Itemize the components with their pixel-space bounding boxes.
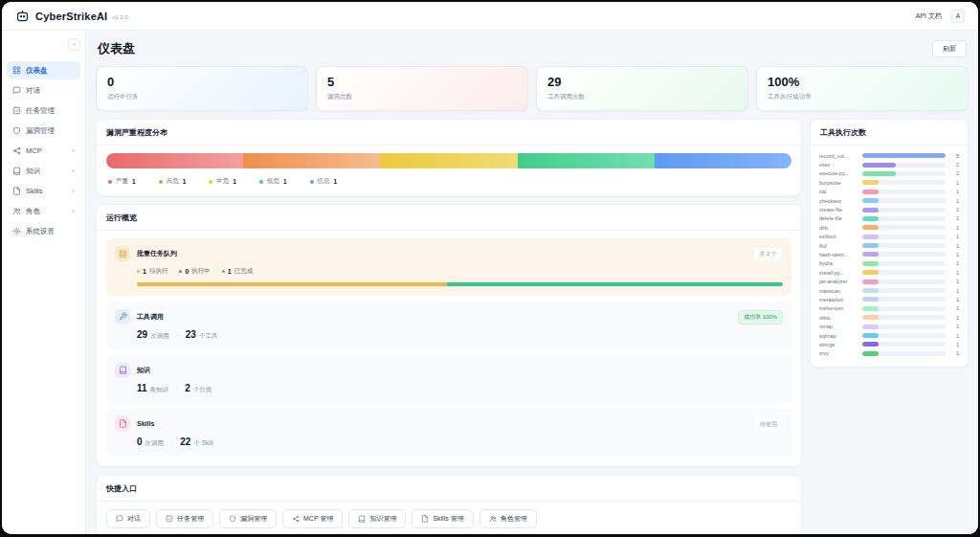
- tool-bar-track: [862, 153, 946, 158]
- chevron-right-icon: ›: [72, 207, 75, 215]
- quick-entry-button[interactable]: MCP 管理: [282, 509, 343, 528]
- quick-button-label: 漏洞管理: [240, 514, 267, 524]
- tool-name: hydra: [819, 260, 858, 266]
- tool-bar-fill: [862, 235, 879, 239]
- tool-value: 1: [950, 225, 959, 231]
- sidebar-item[interactable]: 对话: [7, 81, 80, 100]
- sidebar-item[interactable]: 漏洞管理: [7, 122, 80, 140]
- quick-button-label: 角色管理: [501, 514, 527, 524]
- severity-legend: 严重 1 高危 1: [106, 177, 791, 186]
- batch-stat: 0 执行中: [179, 267, 210, 276]
- api-docs-link[interactable]: API 文档: [916, 11, 942, 21]
- tool-row: nikto 1: [819, 313, 959, 322]
- tool-bar-track: [862, 252, 946, 257]
- book-icon: [115, 363, 130, 378]
- quick-entry-button[interactable]: 对话: [106, 509, 150, 528]
- sidebar-item[interactable]: 仪表盘: [7, 61, 80, 79]
- book-icon: [358, 515, 366, 523]
- tool-bar-fill: [862, 208, 879, 213]
- tool-bar-track: [862, 163, 946, 168]
- legend-item: 信息 1: [310, 177, 338, 186]
- tool-name: install-py...: [819, 270, 858, 276]
- legend-label: 中危: [216, 177, 229, 186]
- tool-value: 1: [950, 288, 959, 294]
- stat-pair: 22个 Skill: [167, 436, 213, 448]
- tool-bar-fill: [862, 270, 879, 275]
- doc-icon: [115, 416, 130, 432]
- stat-label: 漏洞总数: [327, 93, 517, 101]
- shield-icon: [229, 515, 236, 523]
- tool-bar-track: [862, 225, 946, 230]
- refresh-button[interactable]: 刷新: [932, 40, 967, 57]
- legend-count: 1: [132, 178, 136, 185]
- tool-value: 1: [950, 180, 959, 186]
- overview-row: 知识 11条知识 2个分类: [106, 355, 791, 403]
- quick-entry-button[interactable]: Skills 管理: [412, 509, 473, 528]
- severity-card: 漏洞严重程度分布: [96, 119, 802, 196]
- quick-entry-button[interactable]: 知识管理: [348, 509, 406, 528]
- overview-card: 运行概览 批量任务队列 共 2 个: [96, 204, 802, 467]
- tool-value: 1: [950, 198, 959, 204]
- tool-value: 1: [950, 324, 959, 329]
- legend-label: 高危: [167, 177, 179, 186]
- quick-entry-button[interactable]: 角色管理: [479, 509, 537, 528]
- quick-button-label: MCP 管理: [303, 514, 333, 524]
- users-icon: [12, 207, 21, 215]
- chevron-right-icon: ›: [72, 167, 75, 175]
- quick-entry-button[interactable]: 任务管理: [156, 509, 213, 528]
- stat-value: 0: [107, 75, 297, 89]
- mcp-icon: [12, 146, 21, 155]
- quick-entry-button[interactable]: 漏洞管理: [219, 509, 277, 528]
- overview-row-title: Skills: [137, 420, 154, 427]
- sidebar-item[interactable]: Skills ›: [7, 182, 80, 200]
- tool-value: 2: [950, 162, 959, 168]
- status-badge: 待使用: [754, 417, 783, 432]
- sidebar-item[interactable]: 任务管理: [7, 101, 80, 120]
- tool-name: exec: [819, 162, 858, 168]
- tool-name: exiftool: [819, 234, 858, 239]
- tool-row: hydra 1: [819, 259, 959, 268]
- gear-icon: [12, 227, 21, 235]
- avatar[interactable]: A: [951, 10, 965, 23]
- batch-stat-value: 0: [185, 268, 189, 275]
- tool-bar-fill: [862, 297, 879, 302]
- sidebar-item-label: 系统设置: [26, 227, 55, 236]
- tool-value: 1: [950, 215, 959, 221]
- legend-count: 1: [233, 178, 236, 185]
- tool-row: delete-file 1: [819, 214, 959, 223]
- quick-entry-card: 快捷入口 对话: [96, 475, 802, 535]
- tool-row: exiftool 1: [819, 233, 959, 241]
- stat-value: 100%: [768, 75, 957, 89]
- progress-segment: [447, 282, 783, 286]
- sidebar-item[interactable]: 角色 ›: [7, 202, 80, 220]
- tool-bar-track: [862, 324, 946, 329]
- tool-bar-track: [862, 171, 946, 176]
- sidebar-item-label: 漏洞管理: [26, 126, 55, 136]
- tool-row: dirb 1: [819, 223, 959, 232]
- tool-bar-track: [862, 280, 946, 284]
- tool-bar-track: [862, 270, 946, 275]
- overview-row: 工具调用 成功率 100% 29次调用 23个工具: [106, 302, 791, 349]
- app-version: v1.3.0: [112, 14, 127, 20]
- sidebar-item[interactable]: 知识 ›: [7, 162, 80, 180]
- tool-bar-fill: [862, 342, 879, 347]
- tool-name: sqlmap: [819, 333, 858, 339]
- tool-bar-track: [862, 297, 946, 302]
- severity-segment: [106, 153, 243, 168]
- batch-stat-value: 1: [228, 268, 232, 275]
- sidebar-item[interactable]: MCP ›: [7, 142, 80, 160]
- tool-bar-fill: [862, 153, 946, 158]
- tool-value: 1: [950, 297, 959, 302]
- tool-row: install-py... 1: [819, 268, 959, 277]
- tool-row: execute-py... 2: [819, 169, 959, 178]
- sidebar-item-label: MCP: [26, 146, 42, 155]
- tool-row: exec 2: [819, 160, 959, 168]
- tool-row: burpsuite 1: [819, 178, 959, 187]
- sidebar-item[interactable]: 系统设置: [7, 222, 80, 240]
- sidebar-collapse-button[interactable]: ‹: [68, 38, 80, 51]
- tool-bar-fill: [862, 198, 879, 203]
- quick-button-label: 对话: [127, 514, 141, 524]
- tool-row: masscan 1: [819, 286, 959, 295]
- tool-name: ffuf: [819, 243, 858, 249]
- overview-row: Skills 待使用 0次调用 22个 Skill: [106, 409, 791, 457]
